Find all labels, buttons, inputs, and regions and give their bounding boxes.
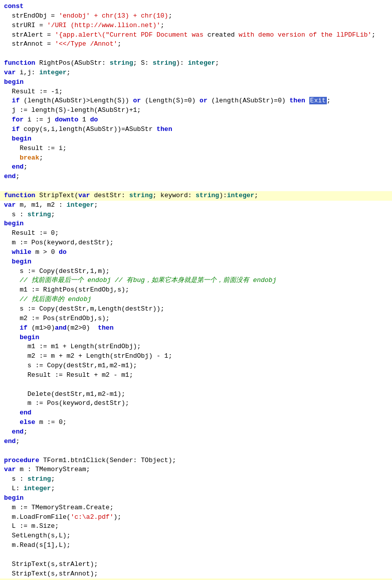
code-line-16: Result := i; xyxy=(0,144,392,154)
code-line-2: strEndObj = 'endobj' + chr(13) + chr(10)… xyxy=(0,12,392,21)
code-line-20 xyxy=(0,182,392,191)
code-line-53: begin xyxy=(0,494,392,503)
code-line-42: Delete(destStr,m1,m2-m1); xyxy=(0,390,392,399)
code-line-7: function RightPos(ASubStr: string; S: st… xyxy=(0,59,392,68)
code-line-55: m.LoadFromFile('c:\a2.pdf'); xyxy=(0,513,392,522)
code-line-22: var m, m1, m2 : integer; xyxy=(0,201,392,210)
code-line-48 xyxy=(0,447,392,456)
code-line-9: begin xyxy=(0,78,392,87)
code-line-21: function StripText(var destStr: string; … xyxy=(0,191,392,201)
code-line-46: end; xyxy=(0,427,392,437)
code-line-31: m1 := RightPos(strEndObj,s); xyxy=(0,285,392,295)
code-line-33: s := Copy(destStr,m,Length(destStr)); xyxy=(0,305,392,314)
code-line-39: s := Copy(destStr,m1,m2-m1); xyxy=(0,361,392,371)
code-line-29: s := Copy(destStr,1,m); xyxy=(0,267,392,276)
code-line-6 xyxy=(0,49,392,59)
code-line-47: end; xyxy=(0,437,392,447)
code-line-43: m := Pos(keyword,destStr); xyxy=(0,399,392,408)
code-editor: const strEndObj = 'endobj' + chr(13) + c… xyxy=(0,0,392,580)
code-line-18: end; xyxy=(0,163,392,172)
code-line-34: m2 := Pos(strEndObj,s); xyxy=(0,314,392,324)
code-line-26: m := Pos(keyword,destStr); xyxy=(0,238,392,248)
code-line-24: begin xyxy=(0,219,392,229)
code-line-51: s : string; xyxy=(0,475,392,484)
code-line-60: StripText(s,strAlert); xyxy=(0,560,392,569)
code-line-45: else m := 0; xyxy=(0,418,392,427)
code-line-59 xyxy=(0,550,392,560)
code-line-27: while m > 0 do xyxy=(0,248,392,257)
code-line-40: Result := Result + m2 - m1; xyxy=(0,371,392,380)
code-line-28: begin xyxy=(0,257,392,267)
code-line-4: strAlert = '{app.alert\("Current PDF Doc… xyxy=(0,31,392,40)
code-line-56: L := m.Size; xyxy=(0,522,392,531)
code-line-35: if (m1>0)and(m2>0) then xyxy=(0,324,392,333)
code-line-32: // 找后面串的 endobj xyxy=(0,295,392,305)
code-line-25: Result := 0; xyxy=(0,229,392,238)
code-line-58: m.Read(s[1],L); xyxy=(0,541,392,550)
code-line-14: if copy(s,i,length(ASubStr))=ASubStr the… xyxy=(0,125,392,134)
code-line-37: m1 := m1 + Length(strEndObj); xyxy=(0,342,392,352)
code-line-3: strURI = '/URI (http://www.llion.net)'; xyxy=(0,21,392,31)
code-line-11: if (length(ASubStr)>Length(S)) or (Lengt… xyxy=(0,96,392,106)
code-line-17: break; xyxy=(0,154,392,163)
code-line-49: procedure TForm1.btn1Click(Sender: TObje… xyxy=(0,456,392,466)
code-line-13: for i := j downto 1 do xyxy=(0,115,392,125)
code-line-38: m2 := m + m2 + Length(strEndObj) - 1; xyxy=(0,352,392,361)
code-line-19: end; xyxy=(0,172,392,182)
code-line-61: StripText(s,strAnnot); xyxy=(0,569,392,579)
code-line-23: s : string; xyxy=(0,210,392,220)
code-line-30: // 找前面串最后一个 endobj // 有bug，如果它本身就是第一个，前面… xyxy=(0,276,392,285)
code-line-36: begin xyxy=(0,333,392,343)
code-line-15: begin xyxy=(0,134,392,144)
code-line-52: L: integer; xyxy=(0,484,392,494)
code-line-44: end xyxy=(0,408,392,418)
code-line-5: strAnnot = '<</Type /Annot'; xyxy=(0,40,392,49)
code-line-54: m := TMemoryStream.Create; xyxy=(0,503,392,513)
code-line-1: const xyxy=(0,2,392,12)
code-line-57: SetLength(s,L); xyxy=(0,531,392,541)
code-line-10: Result := -1; xyxy=(0,87,392,97)
code-line-50: var m : TMemoryStream; xyxy=(0,465,392,475)
code-line-8: var i,j: integer; xyxy=(0,68,392,78)
code-line-12: j := length(S)-length(ASubStr)+1; xyxy=(0,106,392,115)
code-line-41 xyxy=(0,380,392,390)
